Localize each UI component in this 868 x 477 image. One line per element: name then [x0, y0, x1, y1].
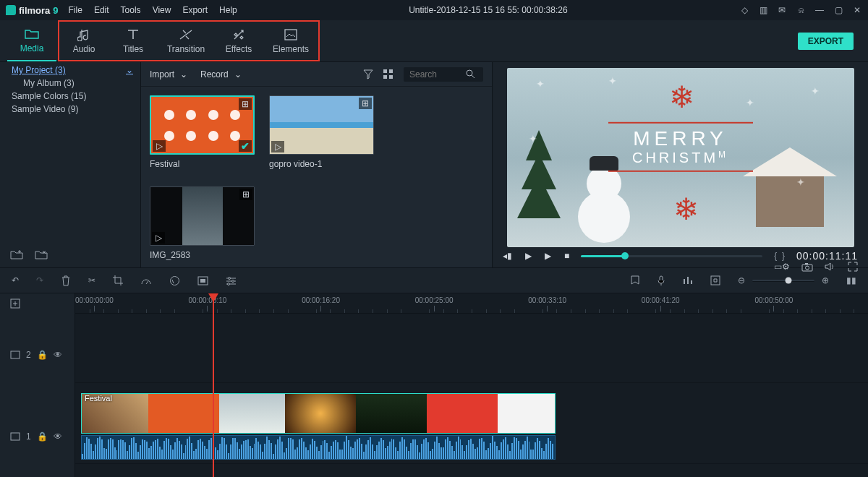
- zoom-out-icon[interactable]: ⊖: [738, 275, 745, 285]
- time-ruler[interactable]: 00:00:00:0000:00:08:1000:00:16:2000:00:2…: [75, 293, 868, 314]
- lock-icon[interactable]: 🔒: [37, 350, 48, 360]
- media-item-img[interactable]: ⊞ ▷ IMG_2583: [150, 186, 255, 260]
- render-icon[interactable]: [710, 275, 720, 285]
- voiceover-icon[interactable]: [657, 275, 665, 286]
- track-header-1[interactable]: 1 🔒 👁: [0, 395, 75, 477]
- tab-titles-label: Titles: [123, 44, 143, 54]
- lock-icon[interactable]: 🔒: [37, 431, 48, 442]
- video-clip-festival[interactable]: Festival: [81, 393, 556, 434]
- app-logo: filmora9: [6, 5, 59, 16]
- message-icon[interactable]: ✉: [777, 5, 787, 15]
- menu-edit[interactable]: Edit: [94, 5, 109, 15]
- account-icon[interactable]: ◇: [739, 5, 749, 15]
- delete-folder-icon[interactable]: [35, 249, 48, 260]
- svg-rect-6: [802, 265, 812, 271]
- media-item-gopro[interactable]: ⊞ ▷ gopro video-1: [269, 95, 374, 169]
- media-item-festival[interactable]: ⊞ ▷ ✔ Festival: [150, 95, 255, 169]
- add-track-button[interactable]: [0, 293, 75, 314]
- search-box[interactable]: [404, 67, 483, 82]
- adjust-icon[interactable]: [226, 276, 237, 285]
- grid-view-icon[interactable]: [383, 69, 393, 80]
- sidebar-item-album[interactable]: My Album (3): [12, 77, 133, 90]
- tab-elements-label: Elements: [273, 44, 309, 54]
- window-controls: ◇ ▥ ✉ ⍾ ― ▢ ✕: [739, 5, 862, 15]
- notify-icon[interactable]: ▥: [758, 5, 768, 15]
- play-button[interactable]: ▶: [525, 251, 532, 261]
- svg-rect-19: [11, 433, 20, 440]
- search-input[interactable]: [409, 69, 466, 80]
- mark-in-out-icon[interactable]: { }: [774, 251, 785, 261]
- title-overlay: MERRY CHRISTMM: [608, 118, 753, 176]
- preview-canvas: ❄ ❄ ✦✦ ✦✦ ✦✦ MERRY CHRISTMM: [507, 68, 854, 247]
- audio-mixer-icon[interactable]: [683, 275, 693, 285]
- maximize-icon[interactable]: ▢: [833, 5, 843, 15]
- menu-tools[interactable]: Tools: [121, 5, 141, 15]
- close-icon[interactable]: ✕: [852, 5, 862, 15]
- app-version: 9: [53, 5, 58, 16]
- menu-view[interactable]: View: [153, 5, 171, 15]
- play-icon: ▷: [271, 141, 284, 152]
- playhead[interactable]: [213, 293, 214, 477]
- stop-button[interactable]: ■: [564, 251, 569, 261]
- menu-help[interactable]: Help: [219, 5, 237, 15]
- minimize-icon[interactable]: ―: [814, 5, 825, 15]
- track-number-1: 1: [26, 431, 31, 442]
- project-sidebar: My Project (3) ⌄ My Album (3) Sample Col…: [0, 62, 141, 267]
- new-folder-icon[interactable]: [10, 249, 23, 260]
- marker-icon[interactable]: [631, 275, 639, 286]
- delete-icon[interactable]: [61, 275, 71, 286]
- menu-export[interactable]: Export: [182, 5, 208, 15]
- export-button[interactable]: EXPORT: [798, 33, 854, 50]
- fullscreen-icon[interactable]: [848, 262, 858, 272]
- thumb-label: IMG_2583: [150, 250, 255, 260]
- filter-icon[interactable]: [363, 69, 373, 80]
- snapshot-icon[interactable]: [801, 262, 813, 272]
- tab-effects[interactable]: Effects: [214, 22, 263, 60]
- tab-audio[interactable]: Audio: [59, 22, 109, 60]
- sidebar-item-colors[interactable]: Sample Colors (15): [12, 90, 133, 103]
- thumb-label: gopro video-1: [269, 159, 374, 169]
- redo-icon[interactable]: ↷: [36, 275, 43, 285]
- track-header-2[interactable]: 2 🔒 👁: [0, 314, 75, 395]
- track-2[interactable]: [75, 314, 868, 383]
- split-icon[interactable]: ✂: [88, 275, 95, 285]
- speed-icon[interactable]: [140, 275, 152, 285]
- zoom-in-icon[interactable]: ⊕: [822, 275, 829, 285]
- timeline-canvas[interactable]: 00:00:00:0000:00:08:1000:00:16:2000:00:2…: [75, 293, 868, 477]
- tab-elements[interactable]: Elements: [263, 22, 318, 60]
- thumb-gopro[interactable]: ⊞ ▷: [269, 95, 374, 155]
- thumb-img[interactable]: ⊞ ▷: [150, 186, 255, 246]
- prev-frame-button[interactable]: ◂▮: [503, 251, 512, 261]
- undo-icon[interactable]: ↶: [12, 275, 19, 285]
- zoom-control[interactable]: ⊖ ⊕: [738, 275, 829, 285]
- svg-rect-0: [285, 30, 297, 40]
- crop-icon[interactable]: [113, 275, 123, 285]
- render-settings-icon[interactable]: ▭⚙: [774, 262, 790, 272]
- eye-icon[interactable]: 👁: [54, 350, 62, 360]
- tab-transition[interactable]: Transition: [158, 22, 214, 60]
- snowflake-icon: ❄: [669, 80, 694, 115]
- eye-icon[interactable]: 👁: [54, 431, 62, 442]
- media-panel: Import⌄ Record⌄ ⊞ ▷ ✔ Festival: [141, 62, 492, 267]
- menu-file[interactable]: File: [69, 5, 82, 15]
- track-1[interactable]: Festival: [75, 383, 868, 464]
- thumb-festival[interactable]: ⊞ ▷ ✔: [150, 95, 255, 155]
- svg-point-7: [806, 266, 809, 270]
- film-icon: ⊞: [239, 189, 252, 200]
- film-icon: ⊞: [239, 98, 252, 110]
- tab-effects-label: Effects: [226, 44, 252, 54]
- audio-clip[interactable]: [81, 435, 556, 460]
- mic-icon[interactable]: ⍾: [796, 5, 806, 15]
- tab-media[interactable]: Media: [7, 20, 56, 61]
- greenscreen-icon[interactable]: [197, 276, 208, 285]
- play-range-button[interactable]: ▶: [545, 251, 551, 261]
- volume-icon[interactable]: [825, 262, 836, 272]
- sidebar-item-project[interactable]: My Project (3) ⌄: [12, 64, 133, 77]
- record-dropdown[interactable]: Record⌄: [200, 69, 242, 80]
- progress-bar[interactable]: [581, 255, 762, 257]
- sidebar-item-video[interactable]: Sample Video (9): [12, 103, 133, 116]
- import-dropdown[interactable]: Import⌄: [150, 69, 187, 80]
- color-icon[interactable]: [169, 275, 180, 286]
- zoom-fit-icon[interactable]: ▮▮: [846, 275, 856, 285]
- tab-titles[interactable]: Titles: [109, 22, 158, 60]
